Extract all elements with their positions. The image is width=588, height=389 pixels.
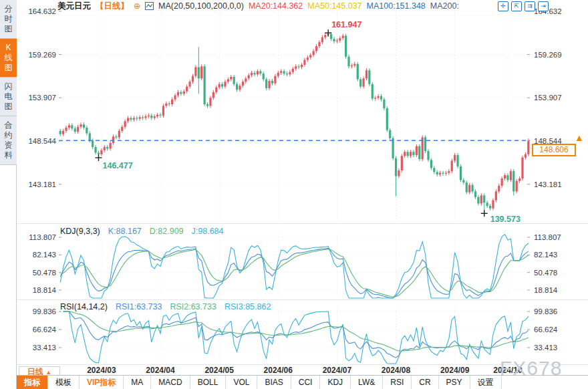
axis-tick-label-right: 50.478 (534, 269, 557, 277)
candle-body (200, 66, 202, 78)
extreme-price-label: 161.947 (331, 20, 361, 29)
price-up-arrow[interactable]: ▲ (575, 132, 584, 143)
candle-body (286, 74, 288, 74)
candle-body (445, 173, 447, 174)
sidebar-tab-1[interactable]: K线图 (0, 39, 17, 78)
toolbar-button-11[interactable]: RSI (383, 376, 412, 389)
candle-body (521, 158, 523, 178)
candle-body (495, 191, 497, 200)
candle-body (462, 180, 464, 182)
candle-body (165, 104, 167, 106)
toolbar-button-0[interactable]: 指标 (17, 376, 48, 389)
candle-body (315, 46, 317, 51)
candle-body (336, 41, 338, 41)
candle-body (110, 143, 112, 148)
candle-body (127, 118, 129, 122)
candle-body (239, 86, 241, 90)
candle-body (448, 171, 450, 172)
candle-body (456, 155, 458, 166)
candle-body (150, 116, 152, 118)
candle-body (289, 72, 291, 75)
toolbar-button-5[interactable]: BOLL (190, 376, 227, 389)
kdj-title[interactable]: KDJ(9,3,3) (60, 227, 100, 236)
candle-body (474, 191, 476, 197)
toolbar-button-6[interactable]: VOL (226, 376, 257, 389)
sidebar-tab-2[interactable]: 闪电图 (0, 78, 17, 116)
axis-tick-label-right: 153.907 (534, 94, 562, 102)
axis-zoom-icon[interactable]: ⇱ (511, 1, 522, 11)
candle-body (136, 118, 138, 119)
candle-body (89, 133, 91, 140)
candle-body (501, 178, 503, 186)
ma100-value: MA100:151.348 (367, 1, 426, 11)
candle-body (215, 88, 217, 92)
candle-body (242, 82, 244, 86)
sidebar-tab-0[interactable]: 分时图 (0, 0, 17, 39)
candle-body (480, 195, 482, 203)
candle-body (180, 92, 182, 94)
toolbar-button-12[interactable]: CR (412, 376, 438, 389)
axis-tick-label-right: 66.624 (534, 326, 558, 334)
axis-tick-label-left: 99.836 (33, 307, 56, 315)
candle-body (186, 86, 188, 91)
exit-view-icon[interactable]: ⇥ (538, 1, 549, 11)
candle-body (83, 124, 85, 128)
toolbar-button-7[interactable]: BIAS (257, 376, 291, 389)
ma-chart-icon[interactable] (145, 2, 154, 10)
ma-settings-label[interactable]: MA(20,50,100,200,0,0) (158, 1, 244, 11)
axis-tick-label-right: 82.143 (534, 251, 557, 259)
candle-body (68, 125, 70, 128)
axis-tick-label-left: 113.807 (29, 233, 56, 241)
candle-body (374, 98, 376, 98)
x-axis-month-label: 2024/03 (87, 366, 116, 375)
candle-body (206, 104, 208, 106)
candle-body (510, 171, 512, 180)
pan-right-icon[interactable]: ⇉ (525, 1, 535, 11)
candle-body (342, 35, 344, 38)
candle-body (368, 70, 370, 84)
candle-body (221, 84, 223, 87)
sidebar-tab-label: 分时图 (4, 4, 13, 34)
axis-tick-label-right: 159.269 (534, 51, 562, 59)
add-indicator-icon[interactable]: ⊕ (134, 1, 140, 11)
candle-body (144, 116, 146, 118)
pane-divider (17, 299, 588, 300)
toolbar-button-2[interactable]: VIP指标 (80, 376, 124, 389)
candle-body (407, 152, 409, 156)
candle-body (477, 197, 479, 204)
toolbar-button-9[interactable]: KDJ (320, 376, 351, 389)
candle-body (460, 166, 462, 180)
toolbar-button-13[interactable]: PSY (439, 376, 470, 389)
toolbar-button-10[interactable]: LW& (351, 376, 383, 389)
candle-body (489, 206, 491, 209)
candle-body (77, 127, 79, 132)
crosshair-icon[interactable]: ✛ (498, 1, 508, 11)
candle-body (516, 181, 518, 192)
candle-body (212, 92, 214, 98)
candle-body (424, 137, 426, 151)
candle-body (318, 42, 320, 46)
toolbar-button-8[interactable]: CCI (291, 376, 321, 389)
rsi-title[interactable]: RSI(14,14,2) (60, 302, 108, 311)
candle-body (418, 146, 420, 159)
candle-body (271, 81, 273, 84)
sidebar-tab-3[interactable]: 合约资料 (0, 116, 17, 165)
toolbar-button-1[interactable]: 模板 (48, 376, 80, 389)
toolbar-button-14[interactable]: 设置 (470, 376, 502, 389)
current-price-label: 148.606 (532, 144, 576, 156)
candle-body (512, 171, 514, 191)
candle-body (65, 128, 67, 131)
sidebar: 分时图K线图闪电图合约资料 (0, 0, 17, 389)
candle-body (74, 128, 76, 132)
axis-tick-label-left: 33.413 (33, 344, 56, 352)
candle-body (92, 140, 94, 147)
candle-body (98, 152, 100, 154)
chart-canvas[interactable]: 161.947146.477139.573164.632164.632159.2… (0, 0, 588, 389)
candle-body (433, 168, 435, 172)
toolbar-button-3[interactable]: MA (124, 376, 151, 389)
toolbar-button-4[interactable]: MACD (151, 376, 190, 389)
candle-body (404, 152, 406, 156)
candle-body (148, 116, 150, 116)
candle-body (351, 66, 353, 66)
candle-body (259, 72, 261, 74)
